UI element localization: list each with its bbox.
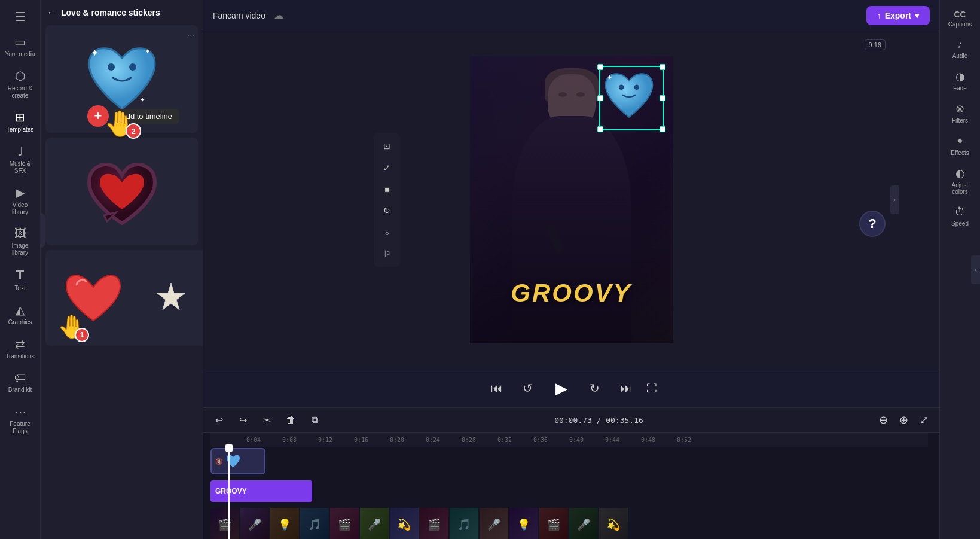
- brand-kit-icon: 🏷: [14, 371, 26, 385]
- nav-video-library[interactable]: ▶ Video library: [2, 181, 38, 221]
- sticker-item-blue-heart[interactable]: ✦ ✦ ✦ ...: [45, 25, 198, 133]
- svg-point-1: [129, 63, 136, 71]
- right-item-fade[interactable]: ◑ Fade: [942, 65, 978, 96]
- ruler-mark-2: 0:12: [318, 437, 332, 443]
- play-pause-button[interactable]: ▶: [548, 375, 575, 401]
- right-item-captions[interactable]: CC Captions: [942, 5, 978, 32]
- ruler-mark-5: 0:24: [426, 437, 440, 443]
- left-navigation: ☰ ▭ Your media ⬡ Record &create ⊞ Templa…: [0, 0, 41, 539]
- skip-back-button[interactable]: ⏮: [486, 377, 508, 399]
- export-icon: ↑: [877, 11, 881, 20]
- right-item-audio[interactable]: ♪ Audio: [942, 34, 978, 64]
- right-item-adjust-colors[interactable]: ◐ Adjustcolors: [942, 162, 978, 200]
- sticker-item-bubble-heart[interactable]: [45, 138, 198, 245]
- sticker-track-thumbnail: [225, 453, 242, 470]
- canvas-tool-flip[interactable]: ⬦: [377, 223, 396, 242]
- video-thumb-3: 💡: [270, 508, 299, 539]
- templates-icon: ⊞: [15, 110, 25, 124]
- undo-button[interactable]: ↩: [210, 412, 227, 428]
- sticker-track-mute-icon: 🔇: [215, 458, 222, 465]
- nav-brand-kit[interactable]: 🏷 Brand kit: [2, 366, 38, 398]
- forward-5s-button[interactable]: ↻: [584, 377, 606, 399]
- ruler-mark-10: 0:44: [605, 437, 619, 443]
- video-thumb-7: 💫: [390, 508, 419, 539]
- help-button[interactable]: ?: [859, 211, 886, 237]
- groovy-track-label: GROOVY: [215, 487, 247, 495]
- ruler-mark-0: 0:04: [246, 437, 261, 443]
- nav-menu[interactable]: ☰: [2, 5, 38, 29]
- nav-your-media[interactable]: ▭ Your media: [2, 30, 38, 63]
- sticker-panel: ← Love & romance stickers: [41, 0, 203, 539]
- canvas-tool-resize[interactable]: ⤢: [377, 158, 396, 177]
- cursor-badge-1: 1: [75, 328, 89, 342]
- right-item-effects[interactable]: ✦ Effects: [942, 130, 978, 161]
- resize-handle-tl[interactable]: [597, 64, 603, 70]
- video-track-clip[interactable]: 🎬 🎤 💡 🎵 🎬 🎤 💫 🎬 🎵 🎤 💡 🎬 🎤 💫: [210, 508, 641, 539]
- nav-image-library[interactable]: 🖼 Imagelibrary: [2, 222, 38, 261]
- canvas-tool-crop[interactable]: ⊡: [377, 136, 396, 156]
- fit-timeline-button[interactable]: ⤢: [915, 412, 932, 428]
- right-item-filters[interactable]: ⊗ Filters: [942, 98, 978, 129]
- canvas-tool-pip[interactable]: ▣: [377, 179, 396, 199]
- right-panel-collapse-button[interactable]: ›: [890, 185, 899, 214]
- unsaved-icon[interactable]: ☁: [274, 10, 283, 21]
- main-area: Fancam video ☁ ↑ Export ▾ ⊡ ⤢ ▣ ↻ ⬦ ⚐ 9:…: [203, 0, 939, 539]
- duplicate-button[interactable]: ⧉: [306, 412, 323, 428]
- sticker-track-clip[interactable]: 🔇: [210, 448, 265, 474]
- skip-forward-button[interactable]: ⏭: [615, 377, 637, 399]
- nav-text[interactable]: T Text: [2, 263, 38, 297]
- video-thumb-11: 💡: [509, 508, 538, 539]
- blue-heart-image: ✦ ✦ ✦: [80, 37, 164, 121]
- video-canvas[interactable]: GROOVY: [470, 56, 673, 343]
- nav-music-sfx[interactable]: ♩ Music & SFX: [2, 139, 38, 179]
- timeline-area: ↩ ↪ ✂ 🗑 ⧉ 00:00.73 / 00:35.16 ⊖ ⊕ ⤢ 0:04…: [203, 407, 939, 539]
- resize-handle-mr[interactable]: [660, 95, 665, 101]
- zoom-out-button[interactable]: ⊖: [875, 412, 892, 428]
- resize-handle-ml[interactable]: [597, 95, 603, 101]
- graphics-icon: ◭: [16, 303, 25, 317]
- project-title: Fancam video: [213, 11, 265, 20]
- canvas-tool-rotate[interactable]: ↻: [377, 201, 396, 220]
- resize-handle-tr[interactable]: [660, 64, 665, 70]
- playback-controls: ⏮ ↺ ▶ ↻ ⏭ ⛶: [203, 369, 939, 407]
- sticker-list: ✦ ✦ ✦ ... + Add to timeline 🤚 2: [41, 23, 203, 539]
- ruler-mark-3: 0:16: [354, 437, 368, 443]
- menu-icon: ☰: [15, 10, 26, 24]
- nav-feature-flags[interactable]: ⋯ FeatureFlags: [2, 400, 38, 440]
- zoom-controls: ⊖ ⊕ ⤢: [875, 412, 932, 428]
- ruler-mark-9: 0:40: [569, 437, 584, 443]
- groovy-track-clip[interactable]: GROOVY: [210, 480, 312, 502]
- export-button[interactable]: ↑ Export ▾: [866, 6, 930, 25]
- nav-record-create[interactable]: ⬡ Record &create: [2, 64, 38, 104]
- video-thumb-14: 💫: [599, 508, 628, 539]
- ruler-mark-12: 0:52: [677, 437, 691, 443]
- resize-handle-bl[interactable]: [597, 126, 603, 132]
- back-button[interactable]: ←: [47, 7, 56, 18]
- panel-title: Love & romance stickers: [61, 8, 160, 17]
- fullscreen-button[interactable]: ⛶: [646, 382, 657, 395]
- cut-button[interactable]: ✂: [258, 412, 275, 428]
- right-item-speed[interactable]: ⏱ Speed: [942, 201, 978, 232]
- canvas-sticker-container[interactable]: ✦: [599, 66, 664, 130]
- timeline-time-display: 00:00.73 / 00:35.16: [330, 416, 868, 425]
- nav-transitions[interactable]: ⇄ Transitions: [2, 332, 38, 365]
- ruler-mark-1: 0:08: [282, 437, 297, 443]
- timeline-toolbar: ↩ ↪ ✂ 🗑 ⧉ 00:00.73 / 00:35.16 ⊖ ⊕ ⤢: [203, 408, 939, 433]
- ruler-mark-4: 0:20: [390, 437, 404, 443]
- timeline-content: 🔇 GROOVY 🎬 🎤: [210, 447, 928, 539]
- canvas-area[interactable]: ⊡ ⤢ ▣ ↻ ⬦ ⚐ 9:16: [203, 31, 939, 369]
- timeline-tracks[interactable]: 0:04 0:08 0:12 0:16 0:20 0:24 0:28 0:32 …: [203, 433, 939, 539]
- rewind-5s-button[interactable]: ↺: [517, 377, 539, 399]
- timeline-playhead[interactable]: [228, 447, 230, 539]
- canvas-tool-more[interactable]: ⚐: [377, 244, 396, 263]
- nav-templates[interactable]: ⊞ Templates: [2, 105, 38, 138]
- sticker-more-button[interactable]: ...: [187, 29, 194, 38]
- misc-sticker-image: [153, 280, 189, 316]
- delete-button[interactable]: 🗑: [282, 412, 299, 428]
- nav-graphics[interactable]: ◭ Graphics: [2, 298, 38, 331]
- video-thumb-13: 🎤: [569, 508, 598, 539]
- redo-button[interactable]: ↪: [234, 412, 251, 428]
- zoom-in-button[interactable]: ⊕: [895, 412, 912, 428]
- sticker-item-misc[interactable]: [123, 250, 203, 346]
- resize-handle-br[interactable]: [660, 126, 665, 132]
